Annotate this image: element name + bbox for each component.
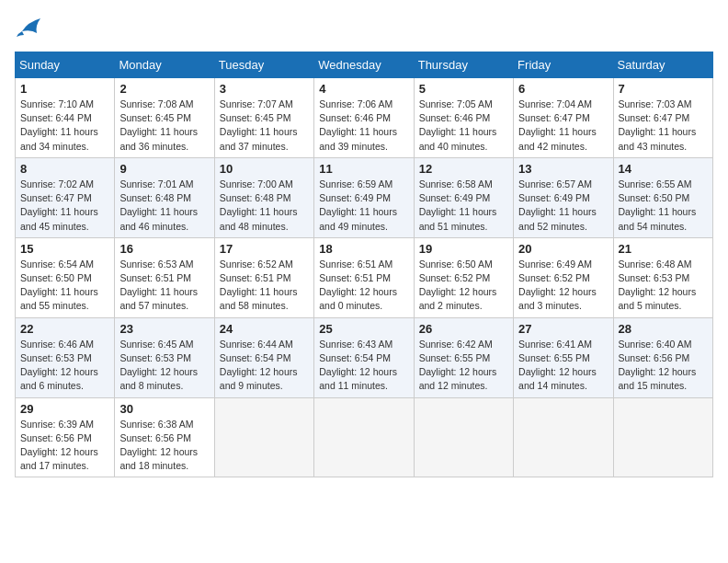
weekday-header: Thursday	[414, 52, 513, 78]
weekday-header: Monday	[115, 52, 214, 78]
day-info: Sunrise: 6:45 AMSunset: 6:53 PMDaylight:…	[119, 338, 209, 394]
day-info: Sunrise: 6:59 AMSunset: 6:49 PMDaylight:…	[319, 178, 408, 234]
day-cell: 23 Sunrise: 6:45 AMSunset: 6:53 PMDaylig…	[115, 317, 214, 397]
day-number: 16	[119, 242, 209, 256]
day-number: 4	[319, 82, 408, 96]
day-number: 11	[319, 162, 408, 176]
day-number: 1	[20, 82, 109, 96]
day-number: 12	[419, 162, 508, 176]
day-cell: 26 Sunrise: 6:42 AMSunset: 6:55 PMDaylig…	[414, 317, 513, 397]
day-info: Sunrise: 6:58 AMSunset: 6:49 PMDaylight:…	[419, 178, 508, 234]
day-info: Sunrise: 6:57 AMSunset: 6:49 PMDaylight:…	[518, 178, 608, 234]
day-info: Sunrise: 6:43 AMSunset: 6:54 PMDaylight:…	[319, 338, 408, 394]
day-number: 23	[119, 322, 209, 336]
day-cell: 28 Sunrise: 6:40 AMSunset: 6:56 PMDaylig…	[613, 317, 712, 397]
day-info: Sunrise: 6:54 AMSunset: 6:50 PMDaylight:…	[20, 258, 109, 314]
day-info: Sunrise: 7:08 AMSunset: 6:45 PMDaylight:…	[119, 98, 209, 154]
calendar-table: SundayMondayTuesdayWednesdayThursdayFrid…	[15, 52, 713, 477]
day-cell: 5 Sunrise: 7:05 AMSunset: 6:46 PMDayligh…	[414, 78, 513, 158]
day-cell: 6 Sunrise: 7:04 AMSunset: 6:47 PMDayligh…	[514, 78, 613, 158]
empty-day-cell	[514, 397, 613, 477]
weekday-header: Friday	[514, 52, 613, 78]
empty-day-cell	[414, 397, 513, 477]
empty-day-cell	[214, 397, 313, 477]
day-number: 20	[518, 242, 608, 256]
calendar-week-row: 22 Sunrise: 6:46 AMSunset: 6:53 PMDaylig…	[16, 317, 713, 397]
day-cell: 24 Sunrise: 6:44 AMSunset: 6:54 PMDaylig…	[214, 317, 313, 397]
weekday-header-row: SundayMondayTuesdayWednesdayThursdayFrid…	[16, 52, 713, 78]
day-info: Sunrise: 6:42 AMSunset: 6:55 PMDaylight:…	[419, 338, 508, 394]
day-number: 25	[319, 322, 408, 336]
day-number: 13	[518, 162, 608, 176]
day-number: 14	[619, 162, 708, 176]
page-header	[15, 15, 713, 40]
day-cell: 12 Sunrise: 6:58 AMSunset: 6:49 PMDaylig…	[414, 157, 513, 237]
day-info: Sunrise: 6:53 AMSunset: 6:51 PMDaylight:…	[119, 258, 209, 314]
empty-day-cell	[613, 397, 712, 477]
day-info: Sunrise: 6:51 AMSunset: 6:51 PMDaylight:…	[319, 258, 408, 314]
weekday-header: Wednesday	[314, 52, 414, 78]
day-info: Sunrise: 6:46 AMSunset: 6:53 PMDaylight:…	[20, 338, 109, 394]
logo	[15, 15, 48, 40]
day-cell: 20 Sunrise: 6:49 AMSunset: 6:52 PMDaylig…	[514, 237, 613, 317]
day-info: Sunrise: 6:40 AMSunset: 6:56 PMDaylight:…	[619, 338, 708, 394]
day-number: 7	[619, 82, 708, 96]
day-cell: 29 Sunrise: 6:39 AMSunset: 6:56 PMDaylig…	[16, 397, 115, 477]
day-cell: 13 Sunrise: 6:57 AMSunset: 6:49 PMDaylig…	[514, 157, 613, 237]
day-cell: 30 Sunrise: 6:38 AMSunset: 6:56 PMDaylig…	[115, 397, 214, 477]
day-info: Sunrise: 6:44 AMSunset: 6:54 PMDaylight:…	[220, 338, 309, 394]
day-cell: 21 Sunrise: 6:48 AMSunset: 6:53 PMDaylig…	[613, 237, 712, 317]
day-info: Sunrise: 7:07 AMSunset: 6:45 PMDaylight:…	[220, 98, 309, 154]
day-number: 3	[220, 82, 309, 96]
day-number: 6	[518, 82, 608, 96]
day-number: 10	[220, 162, 309, 176]
day-number: 18	[319, 242, 408, 256]
day-info: Sunrise: 6:38 AMSunset: 6:56 PMDaylight:…	[119, 418, 209, 474]
day-number: 22	[20, 322, 109, 336]
day-cell: 4 Sunrise: 7:06 AMSunset: 6:46 PMDayligh…	[314, 78, 414, 158]
calendar-week-row: 8 Sunrise: 7:02 AMSunset: 6:47 PMDayligh…	[16, 157, 713, 237]
day-cell: 9 Sunrise: 7:01 AMSunset: 6:48 PMDayligh…	[115, 157, 214, 237]
weekday-header: Tuesday	[214, 52, 313, 78]
day-cell: 27 Sunrise: 6:41 AMSunset: 6:55 PMDaylig…	[514, 317, 613, 397]
day-cell: 7 Sunrise: 7:03 AMSunset: 6:47 PMDayligh…	[613, 78, 712, 158]
day-cell: 18 Sunrise: 6:51 AMSunset: 6:51 PMDaylig…	[314, 237, 414, 317]
logo-bird-icon	[15, 15, 44, 40]
day-cell: 1 Sunrise: 7:10 AMSunset: 6:44 PMDayligh…	[16, 78, 115, 158]
day-number: 8	[20, 162, 109, 176]
day-info: Sunrise: 7:02 AMSunset: 6:47 PMDaylight:…	[20, 178, 109, 234]
day-info: Sunrise: 7:05 AMSunset: 6:46 PMDaylight:…	[419, 98, 508, 154]
day-cell: 11 Sunrise: 6:59 AMSunset: 6:49 PMDaylig…	[314, 157, 414, 237]
day-cell: 2 Sunrise: 7:08 AMSunset: 6:45 PMDayligh…	[115, 78, 214, 158]
day-cell: 3 Sunrise: 7:07 AMSunset: 6:45 PMDayligh…	[214, 78, 313, 158]
day-cell: 8 Sunrise: 7:02 AMSunset: 6:47 PMDayligh…	[16, 157, 115, 237]
empty-day-cell	[314, 397, 414, 477]
day-info: Sunrise: 7:10 AMSunset: 6:44 PMDaylight:…	[20, 98, 109, 154]
day-cell: 22 Sunrise: 6:46 AMSunset: 6:53 PMDaylig…	[16, 317, 115, 397]
day-number: 30	[119, 402, 209, 416]
day-number: 27	[518, 322, 608, 336]
day-info: Sunrise: 7:00 AMSunset: 6:48 PMDaylight:…	[220, 178, 309, 234]
day-cell: 17 Sunrise: 6:52 AMSunset: 6:51 PMDaylig…	[214, 237, 313, 317]
calendar-week-row: 29 Sunrise: 6:39 AMSunset: 6:56 PMDaylig…	[16, 397, 713, 477]
day-cell: 19 Sunrise: 6:50 AMSunset: 6:52 PMDaylig…	[414, 237, 513, 317]
day-info: Sunrise: 6:48 AMSunset: 6:53 PMDaylight:…	[619, 258, 708, 314]
day-info: Sunrise: 6:49 AMSunset: 6:52 PMDaylight:…	[518, 258, 608, 314]
day-number: 26	[419, 322, 508, 336]
day-number: 15	[20, 242, 109, 256]
day-cell: 16 Sunrise: 6:53 AMSunset: 6:51 PMDaylig…	[115, 237, 214, 317]
day-info: Sunrise: 6:52 AMSunset: 6:51 PMDaylight:…	[220, 258, 309, 314]
day-info: Sunrise: 6:50 AMSunset: 6:52 PMDaylight:…	[419, 258, 508, 314]
day-info: Sunrise: 7:04 AMSunset: 6:47 PMDaylight:…	[518, 98, 608, 154]
day-number: 21	[619, 242, 708, 256]
day-number: 19	[419, 242, 508, 256]
day-info: Sunrise: 7:01 AMSunset: 6:48 PMDaylight:…	[119, 178, 209, 234]
day-number: 5	[419, 82, 508, 96]
day-info: Sunrise: 7:06 AMSunset: 6:46 PMDaylight:…	[319, 98, 408, 154]
weekday-header: Sunday	[16, 52, 115, 78]
day-cell: 14 Sunrise: 6:55 AMSunset: 6:50 PMDaylig…	[613, 157, 712, 237]
calendar-week-row: 1 Sunrise: 7:10 AMSunset: 6:44 PMDayligh…	[16, 78, 713, 158]
day-number: 24	[220, 322, 309, 336]
day-number: 9	[119, 162, 209, 176]
day-cell: 25 Sunrise: 6:43 AMSunset: 6:54 PMDaylig…	[314, 317, 414, 397]
